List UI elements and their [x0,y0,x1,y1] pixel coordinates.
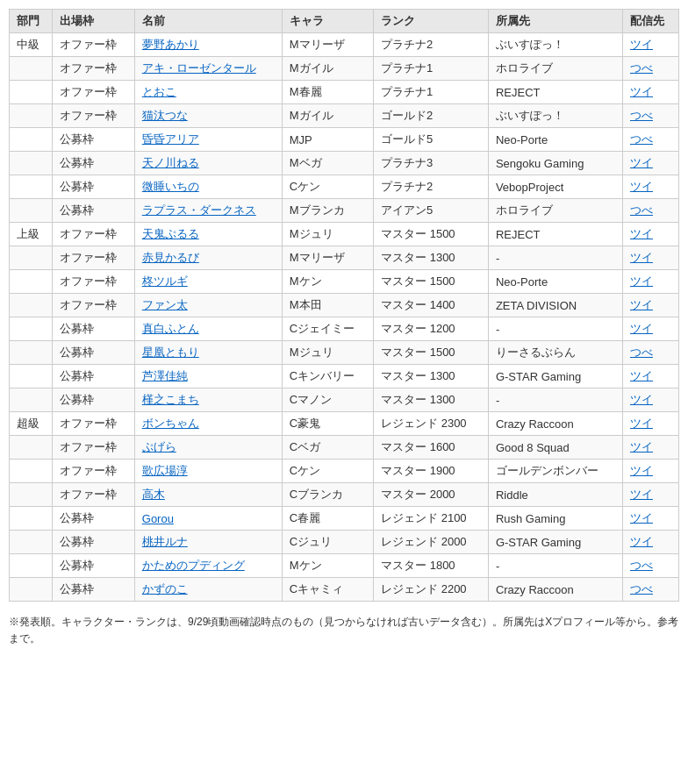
cell-name[interactable]: 微睡いちの [134,175,282,199]
cell-name[interactable]: かずのこ [134,578,282,602]
cell-stream[interactable]: つべ [622,199,678,223]
cell-stream[interactable]: ツイ [622,388,678,412]
cell-name[interactable]: 真白ふとん [134,317,282,341]
cell-frame: 公募枠 [53,578,135,602]
cell-rank: プラチナ2 [374,175,489,199]
cell-chara: Cマノン [282,388,373,412]
cell-frame: オファー枠 [53,57,135,81]
col-name: 名前 [134,10,282,33]
cell-chara: Mベガ [282,152,373,175]
cell-name[interactable]: 槿之こまち [134,388,282,412]
cell-stream[interactable]: ツイ [622,460,678,483]
cell-name[interactable]: アキ・ローゼンタール [134,57,282,81]
cell-org: ホロライブ [488,199,622,223]
cell-rank: ゴールド2 [374,104,489,128]
cell-name[interactable]: 昏昏アリア [134,128,282,152]
cell-dept [10,152,53,175]
cell-name[interactable]: 桃井ルナ [134,531,282,554]
cell-org: G-STAR Gaming [488,365,622,388]
cell-stream[interactable]: ツイ [622,531,678,554]
cell-stream[interactable]: ツイ [622,365,678,388]
cell-chara: Cベガ [282,436,373,460]
cell-stream[interactable]: ツイ [622,317,678,341]
cell-chara: Mマリーザ [282,246,373,270]
cell-name[interactable]: 赤見かるび [134,246,282,270]
cell-name[interactable]: 天鬼ぷるる [134,223,282,246]
cell-chara: Mガイル [282,57,373,81]
cell-frame: 公募枠 [53,317,135,341]
cell-stream[interactable]: つべ [622,341,678,365]
cell-name[interactable]: ラプラス・ダークネス [134,199,282,223]
cell-frame: オファー枠 [53,104,135,128]
cell-stream[interactable]: ツイ [622,152,678,175]
cell-rank: プラチナ1 [374,81,489,104]
cell-rank: レジェンド 2300 [374,412,489,436]
cell-frame: オファー枠 [53,270,135,294]
cell-chara: Mジュリ [282,341,373,365]
cell-org: - [488,317,622,341]
cell-stream[interactable]: ツイ [622,270,678,294]
cell-frame: オファー枠 [53,81,135,104]
col-dept: 部門 [10,10,53,33]
cell-name[interactable]: かためのプディング [134,554,282,578]
cell-stream[interactable]: ツイ [622,507,678,531]
cell-frame: 公募枠 [53,199,135,223]
cell-name[interactable]: 星凰ともり [134,341,282,365]
cell-frame: 公募枠 [53,152,135,175]
cell-chara: MJP [282,128,373,152]
cell-stream[interactable]: ツイ [622,175,678,199]
cell-stream[interactable]: ツイ [622,81,678,104]
cell-stream[interactable]: ツイ [622,33,678,57]
cell-name[interactable]: 猫汰つな [134,104,282,128]
col-org: 所属先 [488,10,622,33]
cell-org: G-STAR Gaming [488,531,622,554]
cell-name[interactable]: 夢野あかり [134,33,282,57]
cell-stream[interactable]: つべ [622,128,678,152]
cell-name[interactable]: ぷげら [134,436,282,460]
cell-chara: C豪鬼 [282,412,373,436]
cell-stream[interactable]: ツイ [622,223,678,246]
cell-dept [10,57,53,81]
cell-stream[interactable]: ツイ [622,246,678,270]
cell-stream[interactable]: つべ [622,578,678,602]
cell-name[interactable]: とおこ [134,81,282,104]
cell-stream[interactable]: つべ [622,554,678,578]
cell-name[interactable]: 歌広場淳 [134,460,282,483]
cell-frame: オファー枠 [53,33,135,57]
cell-rank: マスター 1500 [374,341,489,365]
footer-note: ※発表順。キャラクター・ランクは、9/29頃動画確認時点のもの（見つからなければ… [9,614,679,647]
cell-chara: M春麗 [282,81,373,104]
cell-name[interactable]: 天ノ川ねる [134,152,282,175]
cell-name[interactable]: Gorou [134,507,282,531]
cell-name[interactable]: 芦澤佳純 [134,365,282,388]
cell-dept: 上級 [10,223,53,246]
cell-rank: マスター 1800 [374,554,489,578]
cell-rank: マスター 1500 [374,223,489,246]
cell-frame: オファー枠 [53,223,135,246]
cell-stream[interactable]: ツイ [622,436,678,460]
cell-rank: マスター 2000 [374,483,489,507]
cell-chara: Cブランカ [282,483,373,507]
cell-chara: Cキャミィ [282,578,373,602]
cell-org: Neo-Porte [488,128,622,152]
cell-dept [10,128,53,152]
cell-org: ZETA DIVISION [488,294,622,317]
cell-name[interactable]: 柊ツルギ [134,270,282,294]
cell-frame: 公募枠 [53,341,135,365]
col-frame: 出場枠 [53,10,135,33]
cell-frame: オファー枠 [53,294,135,317]
cell-name[interactable]: 高木 [134,483,282,507]
cell-stream[interactable]: ツイ [622,412,678,436]
cell-stream[interactable]: つべ [622,104,678,128]
cell-dept [10,460,53,483]
cell-rank: マスター 1300 [374,246,489,270]
cell-rank: マスター 1900 [374,460,489,483]
cell-stream[interactable]: ツイ [622,483,678,507]
cell-dept [10,199,53,223]
cell-name[interactable]: ファン太 [134,294,282,317]
cell-stream[interactable]: ツイ [622,294,678,317]
participants-table: 部門 出場枠 名前 キャラ ランク 所属先 配信先 中級オファー枠夢野あかりMマ… [9,9,679,602]
cell-frame: 公募枠 [53,128,135,152]
cell-name[interactable]: ボンちゃん [134,412,282,436]
cell-stream[interactable]: つべ [622,57,678,81]
